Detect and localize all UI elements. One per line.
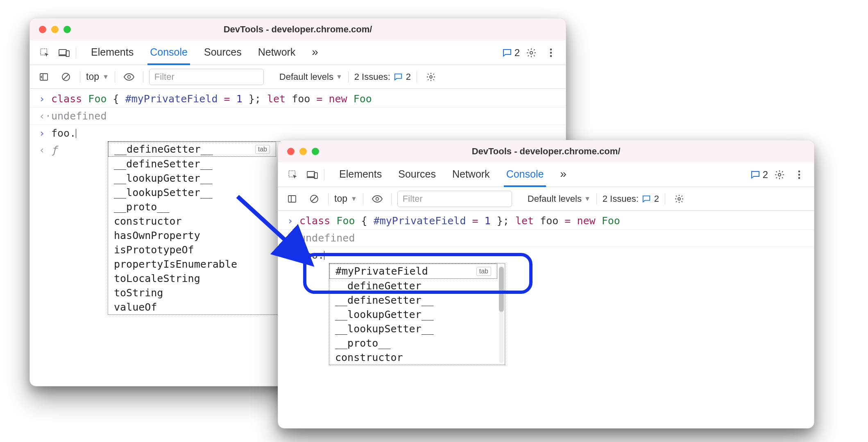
console-input-line-current[interactable]: › foo.: [30, 125, 566, 142]
device-toolbar-icon[interactable]: [304, 167, 321, 183]
console-input-line: › class Foo { #myPrivateField = 1 }; let…: [278, 212, 814, 230]
panel-tabs: Elements Console Sources Network »: [88, 40, 321, 66]
console-toolbar: top ▼ Default levels ▼ 2 Issues: 2: [278, 187, 814, 211]
prompt-in-icon: ›: [39, 127, 45, 139]
tabs-overflow[interactable]: »: [558, 162, 569, 188]
titlebar: DevTools - developer.chrome.com/: [30, 18, 566, 41]
autocomplete-option[interactable]: __proto__: [108, 200, 276, 214]
svg-point-15: [798, 170, 800, 172]
code-input[interactable]: foo.: [299, 249, 324, 261]
autocomplete-option[interactable]: toLocaleString: [108, 271, 276, 286]
autocomplete-option[interactable]: isPrototypeOf: [108, 243, 276, 257]
execution-context-selector[interactable]: top ▼: [334, 193, 357, 204]
tab-hint: tab: [255, 145, 270, 154]
zoom-window-button[interactable]: [63, 26, 71, 33]
autocomplete-option[interactable]: __lookupSetter__: [108, 185, 276, 200]
feedback-button[interactable]: 2: [750, 169, 768, 180]
clear-console-icon[interactable]: [306, 191, 322, 207]
autocomplete-option[interactable]: __defineGetter__: [329, 279, 497, 293]
autocomplete-option[interactable]: valueOf: [108, 300, 276, 314]
autocomplete-option[interactable]: constructor: [108, 214, 276, 228]
autocomplete-option[interactable]: propertyIsEnumerable: [108, 257, 276, 271]
divider: [115, 71, 115, 83]
toggle-sidebar-icon[interactable]: [284, 191, 300, 207]
toggle-sidebar-icon[interactable]: [36, 69, 52, 85]
close-window-button[interactable]: [39, 26, 46, 33]
chevron-down-icon: ▼: [584, 195, 591, 203]
more-icon[interactable]: [543, 45, 559, 61]
svg-point-5: [550, 52, 552, 54]
console-output-line: ‹· undefined: [30, 108, 566, 125]
prompt-in-icon: ›: [39, 93, 45, 105]
svg-point-9: [127, 75, 130, 78]
live-expression-icon[interactable]: [121, 69, 137, 85]
more-icon[interactable]: [791, 167, 807, 183]
undefined-result: undefined: [51, 110, 107, 122]
filter-input[interactable]: [397, 191, 512, 207]
console-settings-icon[interactable]: [423, 69, 439, 85]
autocomplete-option[interactable]: __lookupGetter__: [108, 171, 276, 185]
issues-indicator[interactable]: 2 Issues: 2: [354, 72, 411, 82]
panel-tabs: Elements Sources Network Console »: [337, 162, 569, 188]
context-label: top: [86, 71, 99, 82]
console-settings-icon[interactable]: [671, 191, 687, 207]
tabs-overflow[interactable]: »: [309, 40, 321, 66]
svg-rect-18: [288, 196, 296, 202]
issues-indicator[interactable]: 2 Issues: 2: [603, 194, 659, 204]
svg-point-10: [430, 76, 432, 78]
code-input[interactable]: foo.: [51, 127, 76, 139]
inspect-icon[interactable]: [285, 167, 301, 183]
svg-rect-1: [59, 50, 66, 55]
feedback-count: 2: [763, 169, 768, 180]
live-expression-icon[interactable]: [369, 191, 385, 207]
close-window-button[interactable]: [287, 148, 295, 155]
feedback-count: 2: [514, 47, 520, 59]
log-levels-selector[interactable]: Default levels ▼: [279, 72, 342, 82]
traffic-lights: [30, 26, 71, 33]
svg-point-6: [550, 55, 552, 57]
autocomplete-option[interactable]: hasOwnProperty: [108, 228, 276, 243]
tab-console[interactable]: Console: [147, 41, 190, 65]
filter-input[interactable]: [149, 69, 264, 85]
minimize-window-button[interactable]: [299, 148, 307, 155]
feedback-button[interactable]: 2: [502, 47, 520, 59]
autocomplete-option[interactable]: __defineGetter__ tab: [108, 142, 276, 157]
svg-point-14: [778, 173, 781, 176]
log-levels-selector[interactable]: Default levels ▼: [528, 194, 591, 204]
svg-point-21: [678, 198, 680, 200]
divider: [143, 71, 143, 83]
clear-console-icon[interactable]: [58, 69, 74, 85]
console-input-line: › class Foo { #myPrivateField = 1 }; let…: [30, 90, 566, 108]
autocomplete-option[interactable]: __defineSetter__: [108, 157, 276, 171]
autocomplete-option[interactable]: __defineSetter__: [329, 293, 497, 307]
svg-point-3: [530, 51, 533, 54]
devtools-tabbar: Elements Console Sources Network » 2: [30, 41, 566, 65]
autocomplete-option[interactable]: __proto__: [329, 336, 497, 350]
scrollbar[interactable]: [499, 265, 504, 363]
tab-sources[interactable]: Sources: [202, 41, 244, 65]
autocomplete-option[interactable]: constructor: [329, 350, 497, 365]
settings-icon[interactable]: [771, 167, 788, 183]
tab-network[interactable]: Network: [450, 162, 492, 187]
execution-context-selector[interactable]: top ▼: [86, 71, 109, 82]
autocomplete-option[interactable]: __lookupGetter__: [329, 307, 497, 322]
tab-console[interactable]: Console: [504, 162, 546, 187]
device-toolbar-icon[interactable]: [56, 45, 73, 61]
tab-elements[interactable]: Elements: [337, 162, 384, 187]
inspect-icon[interactable]: [36, 45, 53, 61]
autocomplete-option[interactable]: __lookupSetter__: [329, 322, 497, 336]
divider: [391, 193, 392, 205]
chevron-down-icon: ▼: [102, 73, 109, 81]
console-input-line-current[interactable]: › foo.: [278, 247, 814, 264]
zoom-window-button[interactable]: [312, 148, 319, 155]
devtools-tabbar: Elements Sources Network Console » 2: [278, 162, 814, 187]
autocomplete-option-private-field[interactable]: #myPrivateField tab: [329, 264, 497, 279]
autocomplete-option[interactable]: toString: [108, 286, 276, 300]
settings-icon[interactable]: [523, 45, 539, 61]
tab-elements[interactable]: Elements: [88, 41, 136, 65]
tab-sources[interactable]: Sources: [396, 162, 438, 187]
issues-label: 2 Issues:: [354, 72, 390, 82]
scrollbar-thumb[interactable]: [499, 267, 504, 312]
tab-network[interactable]: Network: [256, 41, 298, 65]
minimize-window-button[interactable]: [51, 26, 59, 33]
